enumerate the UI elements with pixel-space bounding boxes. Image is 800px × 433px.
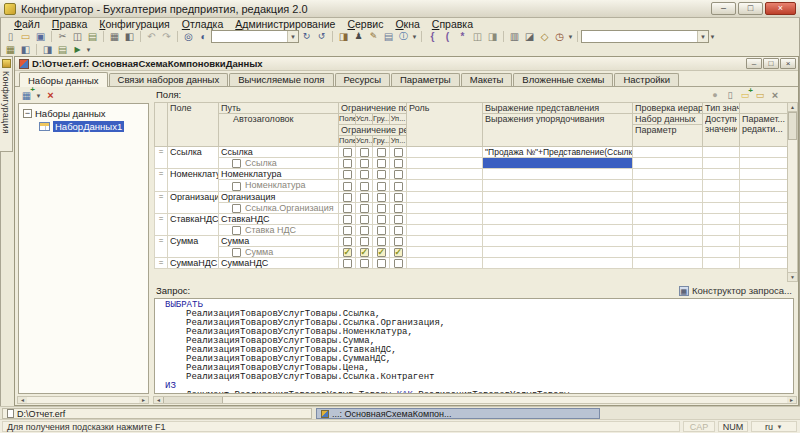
menu-help[interactable]: Справка	[426, 18, 479, 30]
fields-horizontal-scrollbar[interactable]: ◄►	[153, 396, 797, 404]
scroll-right-icon[interactable]: ►	[787, 397, 796, 403]
combo-arrow-icon[interactable]: ▼	[287, 31, 298, 42]
find-next-icon[interactable]	[299, 30, 314, 43]
search-combobox[interactable]: ▼	[211, 30, 299, 43]
restriction-checkbox[interactable]	[394, 259, 403, 268]
copy-text-icon[interactable]	[470, 30, 485, 43]
restriction-checkbox[interactable]	[377, 148, 386, 157]
window-combobox[interactable]: ▼	[581, 30, 709, 43]
check-field-icon[interactable]	[709, 89, 721, 101]
path-cell[interactable]: СтавкаНДС	[219, 213, 339, 224]
restriction-checkbox[interactable]	[394, 204, 403, 213]
add-folder-icon[interactable]	[739, 89, 751, 101]
open-icon[interactable]	[18, 30, 33, 43]
scroll-left-icon[interactable]: ◄	[154, 397, 163, 403]
scroll-down-icon[interactable]: ▼	[788, 272, 797, 281]
find-previous-icon[interactable]	[314, 30, 329, 43]
field-row[interactable]: = Сумма Сумма	[155, 236, 788, 247]
autoheader-checkbox[interactable]	[232, 182, 241, 191]
timer-dropdown-icon[interactable]: ▼	[567, 34, 574, 40]
configuration-window-icon[interactable]	[18, 43, 33, 56]
add-dataset-dropdown-icon[interactable]: ▼	[35, 93, 42, 99]
restriction-checkbox[interactable]	[377, 226, 386, 235]
restriction-checkbox[interactable]	[377, 170, 386, 179]
restriction-checkbox[interactable]	[343, 193, 352, 202]
field-subrow[interactable]: Номенклатура	[155, 180, 788, 191]
open-folder-icon[interactable]	[754, 89, 766, 101]
field-row[interactable]: = Ссылка Ссылка "Продажа №"+Представлени…	[155, 147, 788, 158]
row-grip[interactable]: =	[155, 147, 168, 169]
doc-restore-button[interactable]: □	[763, 58, 779, 69]
comment-icon[interactable]	[366, 30, 381, 43]
restriction-checkbox[interactable]	[360, 237, 369, 246]
restriction-checkbox[interactable]	[360, 248, 369, 257]
field-name-cell[interactable]: Ссылка	[168, 147, 219, 169]
restriction-checkbox[interactable]	[377, 159, 386, 168]
print-icon[interactable]	[107, 30, 122, 43]
restriction-checkbox[interactable]	[377, 193, 386, 202]
scroll-left-icon[interactable]: ◄	[18, 397, 27, 403]
scroll-right-icon[interactable]: ►	[139, 397, 148, 403]
restriction-checkbox[interactable]	[377, 248, 386, 257]
path-cell[interactable]: Ссылка	[219, 147, 339, 158]
menu-administration[interactable]: Администрирование	[229, 18, 341, 30]
find-icon[interactable]	[181, 30, 196, 43]
new-document-icon[interactable]	[3, 30, 18, 43]
restriction-checkbox[interactable]	[360, 170, 369, 179]
redo-icon[interactable]	[159, 30, 174, 43]
presentation-cell[interactable]: "Продажа №"+Представление(Ссылка.Номер)	[483, 147, 633, 158]
row-grip[interactable]: =	[155, 258, 168, 269]
restriction-checkbox[interactable]	[343, 170, 352, 179]
save-icon[interactable]	[33, 30, 48, 43]
panel-splitter[interactable]	[150, 88, 153, 395]
restriction-checkbox[interactable]	[360, 215, 369, 224]
close-button[interactable]: ×	[765, 2, 796, 15]
tree-horizontal-scrollbar[interactable]: ◄►	[17, 396, 149, 404]
maximize-button[interactable]: □	[738, 2, 763, 15]
doc-minimize-button[interactable]: –	[746, 58, 762, 69]
path-cell[interactable]: Номенклатура	[219, 169, 339, 180]
restriction-checkbox[interactable]	[394, 193, 403, 202]
clipboard-icon[interactable]	[507, 30, 522, 43]
procedures-icon[interactable]	[425, 30, 440, 43]
side-tab-configuration[interactable]: Конфигурация	[0, 56, 13, 152]
restriction-checkbox[interactable]	[360, 226, 369, 235]
tab-parameters[interactable]: Параметры	[391, 73, 460, 86]
help-contents-icon[interactable]	[381, 30, 396, 43]
add-field-icon[interactable]	[724, 89, 736, 101]
menu-edit[interactable]: Правка	[46, 18, 93, 30]
doc-close-button[interactable]: ×	[780, 58, 796, 69]
info-dropdown-icon[interactable]: ▼	[411, 34, 418, 40]
restriction-checkbox[interactable]	[394, 215, 403, 224]
role-cell[interactable]	[407, 147, 483, 158]
tree-item-dataset1[interactable]: НаборДанных1	[19, 120, 148, 133]
field-subrow[interactable]: Ссылка	[155, 158, 788, 169]
timer-icon[interactable]	[552, 30, 567, 43]
field-row[interactable]: = СтавкаНДС СтавкаНДС	[155, 213, 788, 224]
field-name-cell[interactable]: Сумма	[168, 236, 219, 258]
window-tab-schema[interactable]: ...: ОсновнаяСхемаКомпон...	[316, 408, 600, 419]
field-subrow[interactable]: Ставка НДС	[155, 224, 788, 235]
restriction-checkbox[interactable]	[360, 159, 369, 168]
tab-nested-schemas[interactable]: Вложенные схемы	[513, 73, 613, 86]
find-replace-icon[interactable]	[196, 30, 211, 43]
tab-dataset-links[interactable]: Связи наборов данных	[109, 73, 229, 86]
info-icon[interactable]	[396, 30, 411, 43]
restriction-checkbox[interactable]	[377, 237, 386, 246]
restriction-checkbox[interactable]	[360, 148, 369, 157]
menu-debug[interactable]: Отладка	[176, 18, 230, 30]
tab-calculated-fields[interactable]: Вычисляемые поля	[229, 73, 333, 86]
restriction-checkbox[interactable]	[343, 237, 352, 246]
cut-icon[interactable]	[55, 30, 70, 43]
field-name-cell[interactable]: Номенклатура	[168, 169, 219, 191]
scroll-thumb[interactable]	[163, 397, 223, 403]
save-text-icon[interactable]	[485, 30, 500, 43]
restriction-checkbox[interactable]	[394, 237, 403, 246]
autoheader-checkbox[interactable]	[232, 248, 241, 257]
path-cell[interactable]: СуммаНДС	[219, 258, 339, 269]
restriction-checkbox[interactable]	[343, 259, 352, 268]
language-dropdown-icon[interactable]: ▼	[776, 424, 783, 430]
language-indicator[interactable]: ru▼	[751, 421, 797, 432]
path-cell[interactable]: Сумма	[219, 236, 339, 247]
database-table-icon[interactable]	[55, 43, 70, 56]
